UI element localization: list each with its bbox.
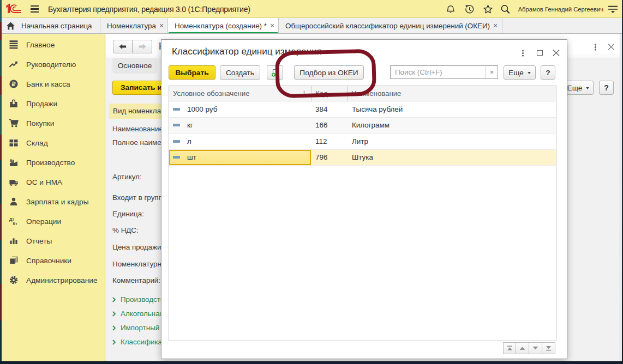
chevron-right-icon (112, 311, 116, 317)
back-button[interactable] (113, 40, 133, 53)
app-title: Бухгалтерия предприятия, редакция 3.0 (1… (48, 5, 250, 14)
scroll-last-button[interactable] (542, 342, 555, 354)
service-menu-icon[interactable] (608, 4, 618, 14)
create-button[interactable]: Создать (220, 65, 260, 80)
form-more-button[interactable]: Еще (563, 81, 594, 95)
select-button[interactable]: Выбрать (169, 65, 215, 80)
dialog-more-dots-icon[interactable] (522, 50, 524, 57)
sidebar-item-label: Склад (26, 139, 48, 147)
scroll-down-button[interactable] (529, 342, 542, 354)
table-row[interactable]: л 112 Литр (169, 134, 556, 150)
sidebar-item-label: Отчеты (26, 237, 52, 245)
dt-kt-icon: ДтКт (9, 216, 19, 226)
table-row[interactable]: кг 166 Килограмм (169, 118, 556, 134)
svg-text:Кт: Кт (13, 221, 18, 226)
tab-label: Номенклатура (107, 22, 156, 30)
form-nav-tab-osnovnoe[interactable]: Основное (112, 58, 157, 74)
dialog-more-button[interactable]: Еще (504, 65, 536, 80)
tab-nomenklatura-create[interactable]: Номенклатура (создание) * × (168, 18, 279, 33)
form-close-icon[interactable] (608, 44, 615, 50)
tab-nomenklatura[interactable]: Номенклатура × (100, 18, 168, 33)
cell-code: 112 (311, 134, 347, 149)
dialog-title: Классификатор единиц измерения (172, 46, 322, 57)
field-label: % НДС: (112, 226, 139, 234)
tab-label: Общероссийский классификатор единиц изме… (285, 22, 490, 30)
sidebar-item-zarplata[interactable]: Зарплата и кадры (2, 192, 105, 211)
scroll-last-icon (546, 345, 552, 351)
field-label: Входит в группу: (112, 193, 168, 202)
warehouse-grid-icon (9, 138, 19, 148)
dropdown-arrow-icon (586, 87, 589, 89)
tab-home[interactable]: Начальная страница (2, 18, 100, 33)
sort-desc-icon (302, 90, 307, 97)
dialog-close-icon[interactable] (553, 50, 560, 56)
forward-arrow-icon (139, 44, 146, 50)
sidebar-item-sklad[interactable]: Склад (2, 133, 105, 153)
pick-from-okei-button[interactable]: Подбор из ОКЕИ (294, 65, 364, 80)
field-label: Артикул: (112, 173, 142, 181)
section-link-proizvodstvo[interactable]: Производство (112, 295, 168, 304)
history-nav-buttons (113, 40, 152, 53)
column-label: Код (315, 89, 327, 98)
form-help-button[interactable]: ? (599, 81, 614, 95)
sidebar-item-proizvodstvo[interactable]: Производство (2, 153, 105, 172)
sidebar-item-bank-kassa[interactable]: ₽ Банк и касса (2, 74, 105, 94)
column-header-symbol[interactable]: Условное обозначение (169, 86, 311, 101)
units-table: Условное обозначение Код Наименование 10… (169, 86, 556, 341)
search-input[interactable] (391, 66, 486, 78)
field-label: Единица: (112, 210, 144, 218)
main-menu-icon[interactable] (31, 5, 39, 13)
sidebar-item-prodazhi[interactable]: Продажи (2, 94, 105, 113)
current-user[interactable]: Абрамов Геннадий Сергеевич (518, 6, 603, 13)
sidebar-item-administrirovanie[interactable]: Администрирование (2, 270, 105, 290)
sidebar-item-spravochniki[interactable]: Справочники (2, 251, 105, 270)
column-header-name[interactable]: Наименование (347, 86, 556, 101)
scroll-first-icon (507, 345, 513, 351)
form-more-label: Еще (567, 84, 583, 92)
dialog-help-button[interactable]: ? (541, 65, 555, 80)
history-icon[interactable] (463, 4, 475, 14)
dialog-toolbar: Выбрать Создать Подбор из ОКЕИ × Еще (161, 65, 567, 80)
sidebar-item-os-nma[interactable]: ОС и НМА (2, 172, 105, 192)
column-header-code[interactable]: Код (311, 86, 347, 101)
tab-close-icon[interactable]: × (270, 21, 274, 30)
scroll-up-button[interactable] (516, 342, 529, 354)
cell-symbol: 1000 руб (187, 105, 217, 113)
table-row[interactable]: 1000 руб 384 Тысяча рублей (169, 101, 556, 118)
scroll-first-button[interactable] (503, 342, 516, 354)
cell-name: Литр (347, 134, 556, 149)
dialog-maximize-icon[interactable] (537, 50, 543, 56)
cell-code: 166 (311, 118, 347, 134)
shopping-cart-icon (9, 118, 19, 128)
tab-close-icon[interactable]: × (159, 21, 164, 30)
screen: Бухгалтерия предприятия, редакция 3.0 (1… (0, 0, 623, 364)
tab-close-icon[interactable]: × (493, 21, 498, 30)
search-icon[interactable] (500, 4, 511, 14)
chevron-right-icon (112, 325, 116, 331)
cell-symbol: кг (187, 121, 193, 129)
search-clear-icon[interactable]: × (486, 66, 498, 78)
dialog-more-label: Еще (508, 69, 524, 77)
create-group-button[interactable] (267, 65, 283, 80)
form-more-dots-icon[interactable] (594, 44, 597, 51)
table-scroll-buttons (503, 342, 555, 354)
forward-button[interactable] (133, 40, 152, 53)
units-classifier-dialog: Классификатор единиц измерения Выбрать С… (161, 39, 567, 359)
sidebar-item-label: Главное (26, 41, 55, 49)
gear-icon (9, 275, 19, 285)
scroll-up-icon (519, 346, 525, 350)
sidebar-item-rukovoditelyu[interactable]: Руководителю (2, 54, 105, 74)
references-stack-icon (9, 256, 19, 265)
sidebar-item-pokupki[interactable]: Покупки (2, 113, 105, 133)
notifications-bell-icon[interactable] (446, 4, 455, 14)
sidebar-item-otchety[interactable]: Отчеты (2, 231, 105, 251)
tab-okei[interactable]: Общероссийский классификатор единиц изме… (279, 18, 502, 33)
sidebar-item-operacii[interactable]: ДтКт Операции (2, 211, 105, 231)
field-label: Цена продажи: (112, 243, 163, 251)
sidebar-item-glavnoe[interactable]: Главное (2, 35, 105, 54)
ruble-coin-icon: ₽ (9, 79, 19, 89)
unit-item-icon (173, 124, 180, 126)
table-row-selected[interactable]: шт 796 Штука (169, 150, 556, 166)
favorites-star-icon[interactable] (483, 4, 493, 14)
field-label: Наименование: (112, 125, 165, 133)
